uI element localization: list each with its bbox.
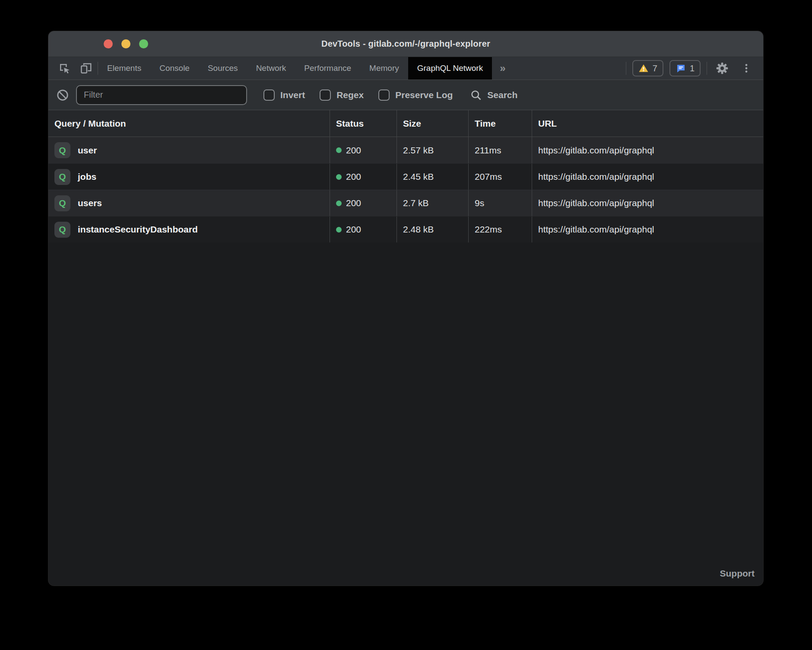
status-code: 200 xyxy=(346,172,361,182)
response-time: 9s xyxy=(475,198,484,208)
zoom-window-button[interactable] xyxy=(139,39,148,48)
query-name: jobs xyxy=(78,172,96,182)
tab-console[interactable]: Console xyxy=(150,57,199,80)
invert-label: Invert xyxy=(280,90,305,100)
regex-checkbox-group[interactable]: Regex xyxy=(320,89,364,101)
devtools-toolbar: Elements Console Sources Network Perform… xyxy=(48,57,763,80)
magnifier-icon xyxy=(470,89,482,101)
query-name: users xyxy=(78,198,102,208)
preserve-log-checkbox-group[interactable]: Preserve Log xyxy=(378,89,453,101)
more-tabs-button[interactable]: » xyxy=(492,57,513,80)
toolbar-divider xyxy=(707,62,707,75)
query-name: instanceSecurityDashboard xyxy=(78,224,198,235)
block-icon clear-filter-button[interactable] xyxy=(56,89,69,102)
request-url: https://gitlab.com/api/graphql xyxy=(538,198,654,208)
regex-checkbox[interactable] xyxy=(320,89,331,101)
response-size: 2.45 kB xyxy=(403,172,434,182)
search-label: Search xyxy=(487,90,517,100)
tab-elements[interactable]: Elements xyxy=(98,57,150,80)
device-toolbar-button[interactable] xyxy=(77,60,95,77)
preserve-log-checkbox[interactable] xyxy=(378,89,390,101)
column-header-status[interactable]: Status xyxy=(330,110,396,137)
response-time: 222ms xyxy=(475,224,502,235)
traffic-lights xyxy=(104,31,148,57)
inspect-element-button[interactable] xyxy=(55,60,73,77)
table-row[interactable]: Q jobs 200 2.45 kB 207ms https://gitlab.… xyxy=(48,163,763,190)
table-header: Query / Mutation Status Size Time URL xyxy=(48,110,763,137)
devtools-window: DevTools - gitlab.com/-/graphql-explorer… xyxy=(48,31,763,586)
status-code: 200 xyxy=(346,198,361,208)
response-time: 207ms xyxy=(475,172,502,182)
regex-label: Regex xyxy=(336,90,364,100)
response-size: 2.48 kB xyxy=(403,224,434,235)
status-code: 200 xyxy=(346,145,361,156)
query-type-badge: Q xyxy=(54,222,70,238)
preserve-log-label: Preserve Log xyxy=(395,90,453,100)
status-code: 200 xyxy=(346,224,361,235)
table-row[interactable]: Q users 200 2.7 kB 9s https://gitlab.com… xyxy=(48,190,763,216)
column-header-url[interactable]: URL xyxy=(532,110,763,137)
message-bubble-icon xyxy=(676,63,686,73)
query-name: user xyxy=(78,145,97,156)
panel-tabs: Elements Console Sources Network Perform… xyxy=(98,57,514,80)
warnings-badge[interactable]: 7 xyxy=(632,60,663,76)
status-ok-dot xyxy=(336,201,342,206)
invert-checkbox[interactable] xyxy=(263,89,275,101)
gear-icon xyxy=(715,61,729,75)
issues-badge[interactable]: 1 xyxy=(669,60,701,76)
response-size: 2.7 kB xyxy=(403,198,429,208)
kebab-menu-button[interactable] xyxy=(737,60,755,77)
minimize-window-button[interactable] xyxy=(121,39,130,48)
tab-sources[interactable]: Sources xyxy=(199,57,247,80)
query-type-badge: Q xyxy=(54,195,70,211)
warning-icon xyxy=(638,63,649,73)
tab-network[interactable]: Network xyxy=(247,57,295,80)
status-ok-dot xyxy=(336,174,342,180)
column-header-size[interactable]: Size xyxy=(396,110,468,137)
settings-button[interactable] xyxy=(713,60,731,77)
toolbar-divider xyxy=(626,62,626,75)
window-title: DevTools - gitlab.com/-/graphql-explorer xyxy=(321,39,490,49)
column-header-time[interactable]: Time xyxy=(468,110,532,137)
column-header-query-mutation[interactable]: Query / Mutation xyxy=(48,110,330,137)
filter-input[interactable] xyxy=(76,85,247,105)
request-url: https://gitlab.com/api/graphql xyxy=(538,172,654,182)
request-url: https://gitlab.com/api/graphql xyxy=(538,145,654,156)
tab-performance[interactable]: Performance xyxy=(295,57,360,80)
query-type-badge: Q xyxy=(54,169,70,185)
warnings-count: 7 xyxy=(653,64,657,73)
search-button[interactable]: Search xyxy=(470,89,517,101)
request-url: https://gitlab.com/api/graphql xyxy=(538,224,654,235)
table-row[interactable]: Q user 200 2.57 kB 211ms https://gitlab.… xyxy=(48,137,763,163)
device-toolbar-icon xyxy=(79,62,92,75)
filter-bar: Invert Regex Preserve Log Search xyxy=(48,80,763,110)
status-ok-dot xyxy=(336,227,342,233)
kebab-menu-icon xyxy=(741,63,752,74)
title-bar: DevTools - gitlab.com/-/graphql-explorer xyxy=(48,31,763,57)
query-type-badge: Q xyxy=(54,142,70,158)
invert-checkbox-group[interactable]: Invert xyxy=(263,89,305,101)
tab-graphql-network[interactable]: GraphQL Network xyxy=(408,57,492,80)
tab-memory[interactable]: Memory xyxy=(360,57,408,80)
table-row[interactable]: Q instanceSecurityDashboard 200 2.48 kB … xyxy=(48,216,763,242)
response-time: 211ms xyxy=(475,145,501,156)
inspect-icon xyxy=(58,62,71,75)
support-link[interactable]: Support xyxy=(720,568,755,579)
status-ok-dot xyxy=(336,147,342,153)
close-window-button[interactable] xyxy=(104,39,113,48)
issues-count: 1 xyxy=(690,64,695,73)
response-size: 2.57 kB xyxy=(403,145,434,156)
